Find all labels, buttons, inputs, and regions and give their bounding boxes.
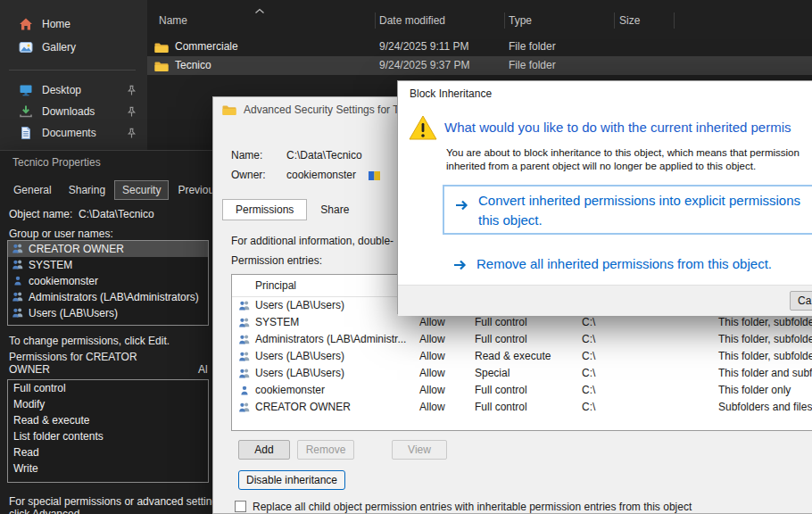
- tab-security[interactable]: Security: [114, 180, 169, 200]
- add-button[interactable]: Add: [238, 440, 290, 460]
- name-label: Name:: [231, 149, 262, 162]
- entries-label: Permission entries:: [231, 254, 322, 267]
- column-header-name[interactable]: Name: [159, 11, 187, 30]
- desktop: Home Gallery Desktop: [0, 0, 812, 514]
- group-icon: [238, 351, 251, 364]
- table-row[interactable]: Users (LAB\Users) Allow Read & execute C…: [232, 348, 812, 365]
- tab-share[interactable]: Share: [307, 199, 362, 220]
- table-row[interactable]: Administrators (LAB\Administr... Allow F…: [232, 331, 812, 348]
- file-row-selected[interactable]: Tecnico 9/24/2025 9:37 PM File folder: [147, 56, 812, 75]
- list-item-cookiemonster[interactable]: cookiemonster: [8, 273, 208, 289]
- permission-item[interactable]: Full control: [8, 380, 208, 396]
- block-inheritance-dialog: Block Inheritance What would you like to…: [397, 80, 812, 314]
- block-dialog-footer: Ca: [398, 285, 812, 316]
- permissions-for-label: Permissions for CREATOR: [9, 351, 137, 363]
- group-icon: [12, 307, 24, 320]
- advanced-note: click Advanced.: [9, 508, 83, 514]
- cell-inherited-from: C:\: [582, 399, 595, 416]
- column-divider[interactable]: [614, 12, 615, 29]
- advanced-note: For special permissions or advanced sett…: [9, 495, 226, 508]
- sidebar-item-desktop[interactable]: Desktop: [0, 80, 143, 100]
- table-row[interactable]: CREATOR OWNER Allow Full control C:\ Sub…: [232, 399, 812, 416]
- tab-permissions[interactable]: Permissions: [222, 199, 307, 220]
- group-list-label: Group or user names:: [9, 228, 113, 240]
- file-type: File folder: [509, 37, 556, 56]
- sidebar-item-gallery[interactable]: Gallery: [0, 37, 143, 57]
- sidebar-item-label: Gallery: [42, 41, 76, 54]
- disable-inheritance-button[interactable]: Disable inheritance: [238, 470, 345, 490]
- cell-principal: SYSTEM: [255, 314, 299, 331]
- list-item-users[interactable]: Users (LAB\Users): [8, 305, 208, 321]
- cancel-button[interactable]: Ca: [790, 291, 812, 311]
- cell-applies-to: This folder and subf: [718, 365, 812, 382]
- sidebar-item-label: Home: [42, 18, 70, 30]
- cell-access: Full control: [475, 314, 527, 331]
- block-title-bar[interactable]: Block Inheritance: [398, 81, 812, 106]
- group-icon: [12, 243, 24, 256]
- cell-type: Allow: [419, 348, 445, 365]
- sidebar-item-downloads[interactable]: Downloads: [0, 102, 143, 121]
- permissions-list: Full control Modify Read & execute List …: [7, 379, 209, 483]
- folder-icon: [154, 41, 169, 57]
- principal-name: cookiemonster: [29, 275, 98, 287]
- gallery-icon: [18, 39, 34, 55]
- view-button[interactable]: View: [392, 440, 447, 460]
- file-type: File folder: [509, 56, 556, 75]
- principal-name: SYSTEM: [29, 259, 72, 271]
- tab-sharing[interactable]: Sharing: [61, 180, 113, 200]
- group-icon: [238, 334, 251, 347]
- column-divider[interactable]: [674, 12, 675, 29]
- remove-permissions-command-link[interactable]: Remove all inherited permissions from th…: [453, 256, 812, 276]
- table-row[interactable]: cookiemonster Allow Full control C:\ Thi…: [232, 382, 812, 399]
- table-row[interactable]: Users (LAB\Users) Allow Special C:\ This…: [232, 365, 812, 382]
- column-divider[interactable]: [375, 12, 376, 29]
- command-link-arrow-icon: [453, 259, 468, 275]
- permission-item[interactable]: Write: [8, 460, 208, 477]
- sidebar-item-label: Downloads: [42, 105, 95, 118]
- permission-item[interactable]: Read & execute: [8, 412, 208, 428]
- file-date-modified: 9/24/2025 9:11 PM: [379, 37, 469, 56]
- cell-applies-to: This folder only: [718, 382, 791, 399]
- dialog-title: Block Inheritance: [410, 81, 492, 106]
- file-row[interactable]: Commerciale 9/24/2025 9:11 PM File folde…: [147, 37, 812, 56]
- command-link-label: this object.: [478, 212, 543, 228]
- cell-principal: Users (LAB\Users): [255, 348, 344, 365]
- cell-type: Allow: [419, 314, 445, 331]
- column-header-size[interactable]: Size: [619, 11, 640, 30]
- permission-item[interactable]: Read: [8, 444, 208, 460]
- group-icon: [12, 291, 24, 304]
- table-row[interactable]: SYSTEM Allow Full control C:\ This folde…: [232, 314, 812, 331]
- sidebar-item-home[interactable]: Home: [0, 14, 143, 34]
- desktop-icon: [18, 82, 34, 98]
- column-header-date-modified[interactable]: Date modified: [379, 11, 445, 30]
- sidebar-item-documents[interactable]: Documents: [0, 123, 143, 143]
- list-item-administrators[interactable]: Administrators (LAB\Administrators): [8, 289, 208, 305]
- cell-inherited-from: C:\: [582, 348, 595, 365]
- name-value: C:\Data\Tecnico: [286, 149, 362, 162]
- replace-permissions-checkbox[interactable]: [235, 501, 246, 512]
- permissions-for-label: OWNER: [9, 363, 50, 376]
- principal-name: CREATOR OWNER: [29, 243, 124, 255]
- cell-applies-to: Subfolders and files: [718, 399, 812, 416]
- cell-type: Allow: [419, 382, 445, 399]
- user-icon: [12, 275, 24, 288]
- file-date-modified: 9/24/2025 9:37 PM: [379, 56, 469, 75]
- permission-item[interactable]: Modify: [8, 396, 208, 412]
- file-list-header: Name Date modified Type Size: [147, 11, 812, 30]
- allow-column-label: Al: [198, 363, 208, 376]
- cell-inherited-from: C:\: [582, 365, 595, 382]
- pin-icon: [126, 127, 137, 143]
- column-header-principal[interactable]: Principal: [255, 275, 296, 296]
- group-icon: [238, 402, 251, 415]
- convert-permissions-command-link[interactable]: Convert inherited permissions into expli…: [443, 185, 812, 235]
- column-divider[interactable]: [504, 12, 505, 29]
- tab-general[interactable]: General: [5, 180, 60, 200]
- permission-item[interactable]: List folder contents: [8, 428, 208, 444]
- owner-badge-icon: [369, 169, 380, 185]
- cell-inherited-from: C:\: [582, 314, 595, 331]
- column-header-type[interactable]: Type: [509, 11, 532, 30]
- cell-principal: Users (LAB\Users): [255, 297, 344, 314]
- list-item-creator-owner[interactable]: CREATOR OWNER: [8, 241, 208, 257]
- list-item-system[interactable]: SYSTEM: [8, 257, 208, 273]
- remove-button[interactable]: Remove: [297, 440, 354, 460]
